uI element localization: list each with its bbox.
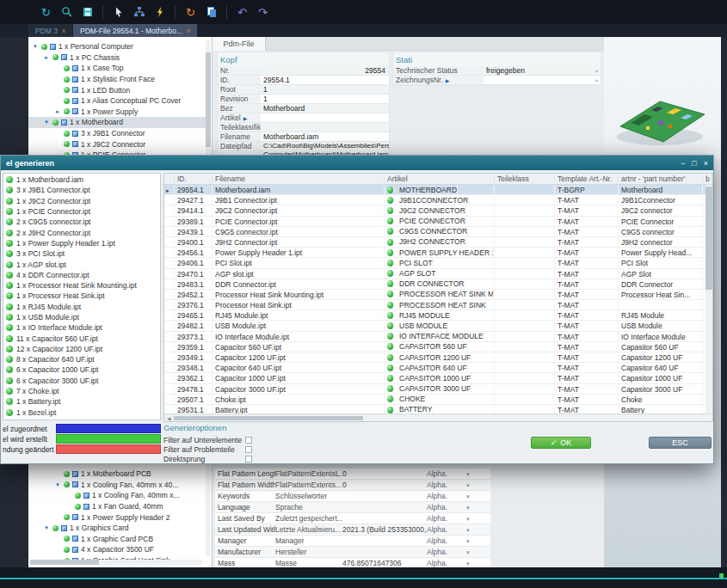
field-value[interactable]: Motherboard (261, 104, 389, 113)
tree-item[interactable]: 1 x Fan Guard, 40mm (28, 501, 206, 512)
tree-item[interactable]: 1 x Graphic Card PCB (28, 534, 206, 545)
expander-icon[interactable]: ▸ (43, 54, 50, 61)
table-row[interactable]: 29373.1 IO Interface Module.ipt IO INTER… (164, 332, 712, 342)
close-icon[interactable]: × (704, 159, 708, 168)
chevron-down-icon[interactable]: ▾ (466, 513, 478, 524)
column-header-selector[interactable] (164, 174, 175, 184)
tree-item[interactable]: 1 x Case Top (28, 63, 206, 74)
file-list-item[interactable]: 1 x AGP slot.ipt (3, 259, 160, 269)
file-list-item[interactable]: 1 x Bezel.ipt (3, 407, 160, 418)
search-icon[interactable] (59, 5, 74, 20)
tree-item[interactable]: ▾ 1 x Personal Computer (28, 41, 206, 52)
expander-icon[interactable]: ▾ (43, 524, 50, 531)
column-header-teileklass[interactable]: Teileklass (495, 174, 555, 184)
table-row[interactable]: 29465.1 RJ45 Module.ipt RJ45 MODULE T-MA… (164, 310, 712, 321)
column-header-filename[interactable]: Filename (213, 174, 385, 184)
file-list-item[interactable]: 1 x PCIE Connector.ipt (3, 206, 160, 217)
undo-icon[interactable]: ↶ (235, 5, 250, 20)
table-row[interactable]: 29348.1 Capacitor 640 UF.ipt CAPASITOR 6… (164, 363, 712, 373)
file-list-item[interactable]: 6 x Capacitor 1000 UF.ipt (3, 364, 160, 375)
tab-pdm3[interactable]: PDM 3 x (28, 24, 72, 37)
field-value[interactable] (484, 76, 593, 84)
column-header-artikel[interactable]: Artikel (385, 174, 495, 184)
field-value[interactable] (261, 123, 389, 132)
chevron-down-icon[interactable]: ▾ (466, 524, 478, 535)
bolt-icon[interactable] (152, 5, 167, 20)
property-row[interactable]: Flat Pattern Width FlatPatternExtents...… (215, 480, 490, 491)
cursor-icon[interactable] (111, 5, 126, 20)
file-list-item[interactable]: 1 x Processor Heat Sink Mounting.ipt (3, 280, 160, 291)
file-list-item[interactable]: 3 x J9B1 Connector.ipt (3, 185, 160, 195)
tree-item[interactable]: ▾ 1 x Motherboard (28, 117, 206, 128)
table-row[interactable]: 29531.1 Battery.ipt BATTERY T-MAT Batter… (164, 405, 712, 413)
table-row[interactable]: 29452.1 Processor Heat Sink Mounting.ipt… (164, 290, 712, 300)
checkbox[interactable] (245, 456, 252, 462)
file-list-item[interactable]: 1 x J9C2 Connector.ipt (3, 196, 160, 206)
tab-pdm-file-29554[interactable]: PDM-File 29554.1 - Motherbo... x (73, 24, 197, 37)
tree-item[interactable]: 3 x J9B1 Connector (28, 128, 206, 139)
file-list-item[interactable]: 2 x J9H2 Connector.ipt (3, 227, 160, 237)
column-header-template[interactable]: Template Art.-Nr. (555, 174, 619, 184)
table-vertical-scrollbar[interactable] (705, 185, 712, 413)
file-list-item[interactable]: 1 x Motherboard.iam (3, 175, 160, 185)
property-row[interactable]: Language Sprache Alpha. ▾ (215, 502, 490, 513)
tree-item[interactable]: ▸ 1 x PC Chassis (28, 52, 206, 64)
tree-item[interactable]: 1 x Cooling Fan, 40mm x... (28, 490, 206, 501)
file-list-item[interactable]: 1 x USB Module.ipt (3, 312, 160, 322)
sync-icon[interactable]: ↻ (183, 5, 198, 20)
tree-item[interactable]: 1 x Motherboard PCB (28, 469, 206, 480)
file-list-item[interactable]: 12 x Capacitor 1200 UF.ipt (3, 344, 160, 354)
tree-item[interactable]: 1 x LED Button (28, 84, 206, 95)
file-list-item[interactable]: 1 x IO Interface Module.ipt (3, 322, 160, 333)
table-row[interactable]: 29414.1 J9C2 Connector.ipt J9C2 CONNECTO… (164, 205, 712, 216)
tree-item[interactable]: ▾ 1 x Cooling Fan, 40mm x 40... (28, 480, 206, 491)
tree-item[interactable]: 1 x J9C2 Connector (28, 138, 206, 150)
property-row[interactable]: Keywords Schlüsselwörter Alpha. ▾ (215, 491, 490, 502)
dialog-titlebar[interactable]: el generieren − □ × (1, 156, 713, 170)
table-row[interactable]: 29427.1 J9B1 Connector.ipt J9B1CCONNECTO… (164, 195, 712, 205)
tree-item[interactable]: 1 x Alias Conceptual PC Cover (28, 95, 206, 107)
tab-pdm-file[interactable]: Pdm-File (213, 37, 266, 51)
table-row[interactable]: 29554.1 Motherboard.iam MOTHERBOARD T-BG… (164, 185, 712, 195)
property-row[interactable]: Last Updated With Letzte Aktualisieru...… (215, 524, 490, 536)
tree-horizontal-scrollbar[interactable] (30, 560, 202, 565)
table-row[interactable]: 29507.1 Choke.ipt CHOKE T-MAT Choke (164, 395, 712, 405)
table-row[interactable]: 29376.1 Processor Heat Sink.ipt PROCESSO… (164, 300, 712, 310)
ok-button[interactable]: ✓ OK (531, 437, 591, 449)
chevron-down-icon[interactable]: ▾ (466, 469, 478, 479)
field-value[interactable]: 29554 (261, 66, 389, 75)
property-row[interactable]: Manufacturer Hersteller Alpha. ▾ (215, 547, 490, 558)
file-list-item[interactable]: 7 x Choke.ipt (3, 386, 160, 396)
table-row[interactable]: 29389.1 PCIE Connector.ipt PCIE CONNECTO… (164, 217, 712, 227)
close-icon[interactable]: x (62, 27, 65, 34)
chevron-down-icon[interactable]: ▾ (466, 480, 478, 490)
tree-item[interactable]: ▸ 1 x Power Supply (28, 107, 206, 118)
maximize-icon[interactable]: □ (692, 159, 696, 168)
scrollbar-thumb[interactable] (30, 560, 99, 565)
scrollbar-thumb[interactable] (206, 52, 211, 147)
save-icon[interactable] (80, 5, 95, 20)
expander-icon[interactable]: ▸ (54, 108, 61, 115)
file-list-item[interactable]: 2 x C9G5 connector.ipt (3, 217, 160, 227)
scroll-left-icon[interactable]: ◀ (164, 415, 174, 421)
column-header-b[interactable]: b (703, 174, 712, 184)
copy-icon[interactable] (204, 5, 219, 20)
file-list-item[interactable]: 3 x PCI Slot.ipt (3, 248, 160, 259)
table-row[interactable]: 29456.1 Power Supply Header 1.ipt POWER … (164, 248, 712, 258)
property-row[interactable]: Flat Pattern Length FlatPatternExtentsL.… (215, 469, 490, 480)
esc-button[interactable]: ESC (649, 437, 712, 449)
table-row[interactable]: 29482.1 USB Module.ipt USB MODULE T-MAT … (164, 321, 712, 331)
field-value[interactable]: 1 (261, 85, 389, 94)
file-list-item[interactable]: 4 x DDR Connector.ipt (3, 270, 160, 280)
table-row[interactable]: 29470.1 AGP slot.ipt AGP SLOT T-MAT AGP … (164, 269, 712, 279)
field-value[interactable]: 29554.1 (261, 76, 389, 84)
expander-icon[interactable]: ▾ (32, 43, 39, 50)
field-value[interactable]: 1 (261, 95, 389, 103)
chevron-down-icon[interactable]: ▾ (466, 491, 478, 501)
file-list-item[interactable]: 6 x Capacitor 3000 UF.ipt (3, 376, 160, 386)
file-list-item[interactable]: 1 x Power Supply Header 1.ipt (3, 238, 160, 248)
field-value[interactable]: Motherboard.iam (261, 132, 389, 141)
file-list-item[interactable]: 1 x RJ45 Module.ipt (3, 302, 160, 312)
tree-item[interactable]: ▾ 1 x Graphics Card (28, 523, 206, 534)
file-list-item[interactable]: 11 x Capacitor 560 UF.ipt (3, 333, 160, 343)
